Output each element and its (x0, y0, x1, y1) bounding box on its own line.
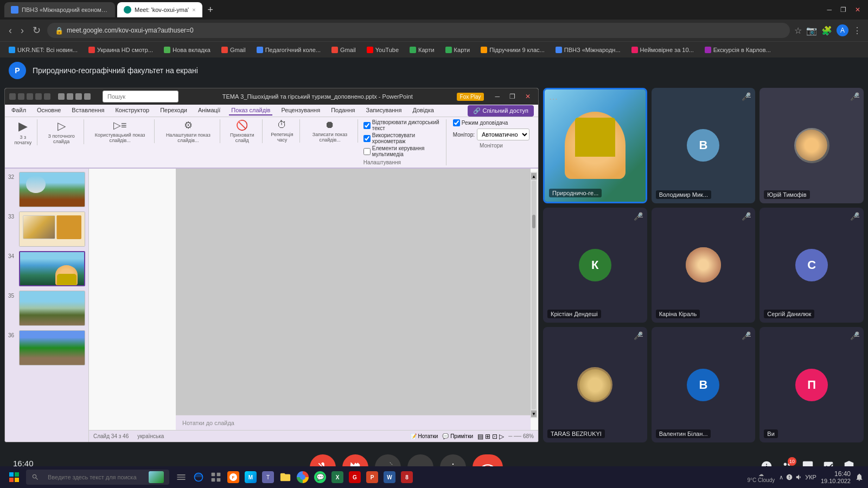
start-button[interactable] (4, 467, 24, 487)
view-grid[interactable]: ⊞ (485, 433, 490, 440)
forward-button[interactable]: › (18, 23, 26, 38)
ppt-content: 32 33 (5, 169, 538, 442)
taskbar-icon-taskview[interactable] (208, 470, 224, 485)
view-slideshow[interactable]: ▷ (499, 433, 504, 440)
tab-1[interactable]: ПВНЗ «Міжнародний економік... (4, 2, 115, 17)
scroll-up[interactable]: ▲ (531, 173, 537, 179)
menu-insert[interactable]: Вставлення (69, 106, 106, 115)
lang-indicator: УКР (805, 474, 816, 480)
menu-design[interactable]: Конструктор (113, 106, 151, 115)
tab2-close[interactable]: × (192, 7, 195, 13)
bookmark-new-tab[interactable]: Нова вкладка (159, 46, 215, 54)
ppt-minimize[interactable]: ─ (492, 93, 503, 100)
taskbar-app-chat[interactable]: T (260, 470, 276, 485)
taskbar-app-folder[interactable] (278, 470, 293, 485)
tab-2[interactable]: Meet: 'kov-oxui-yma' × (117, 2, 202, 17)
extensions-icon[interactable]: 🧩 (821, 25, 832, 36)
monitor-select[interactable]: Автоматично (477, 129, 529, 140)
window-close[interactable]: ✕ (852, 6, 864, 14)
ppt-search-input[interactable] (103, 91, 178, 102)
cb-media[interactable] (363, 148, 371, 155)
ppt-title: ТЕМА 3_Пішохідний та гірський туризм_доп… (182, 93, 454, 100)
profile-icon[interactable]: A (837, 24, 848, 36)
slide-34-image (19, 251, 85, 286)
bookmark-ukraine-hd[interactable]: Украина HD смотр... (84, 46, 157, 54)
window-restore[interactable]: ❐ (837, 6, 850, 14)
participant-9-name: Ви (764, 429, 777, 438)
taskbar-app-ppt[interactable]: P (365, 470, 380, 485)
participant-7-name: TARAS BEZRUKYI (547, 429, 605, 438)
menu-main[interactable]: Основне (35, 106, 63, 115)
cb-audio[interactable] (363, 122, 371, 129)
bookmark-pedkol[interactable]: Педагогічний коле... (252, 46, 325, 54)
menu-transitions[interactable]: Переходи (158, 106, 189, 115)
menu-help[interactable]: Довідка (410, 106, 436, 115)
svg-rect-8 (217, 478, 221, 482)
notes-toggle[interactable]: 📝 Нотатки (410, 433, 438, 439)
taskbar-app-excel[interactable]: X (330, 470, 345, 485)
menu-record[interactable]: Записування (364, 106, 404, 115)
bookmark-gmail1[interactable]: Gmail (217, 46, 250, 54)
bookmark-star-icon[interactable]: ☆ (794, 25, 802, 36)
share-button[interactable]: 🔗 Спільний доступ (468, 105, 534, 117)
bookmark-maps2[interactable]: Карти (441, 46, 475, 54)
ppt-close[interactable]: ✕ (522, 93, 534, 100)
scroll-down[interactable]: ▼ (531, 410, 537, 417)
cb-reporter[interactable] (453, 119, 460, 126)
taskbar-app-chrome[interactable] (295, 470, 310, 485)
notifications-icon[interactable] (855, 473, 864, 481)
refresh-button[interactable]: ↻ (30, 22, 43, 38)
bookmark-textbook[interactable]: Підручники 9 клас... (476, 46, 549, 54)
menu-file[interactable]: Файл (9, 106, 28, 115)
nav-bar: ‹ › ↻ 🔒 meet.google.com/kov-oxui-yma?aut… (0, 20, 868, 41)
slide-thumb-35[interactable]: 35 (7, 290, 86, 327)
cb-timer[interactable] (363, 135, 371, 142)
bookmark-maps1[interactable]: Карти (405, 46, 439, 54)
camera-icon[interactable]: 📷 (806, 25, 817, 36)
participant-1-more[interactable]: ⋯ (549, 94, 558, 104)
view-reader[interactable]: ⊡ (492, 433, 497, 440)
taskbar-icon-search[interactable] (174, 470, 189, 485)
participant-8-mute-icon: 🎤̶ (742, 331, 751, 340)
participant-9-mute-icon: 🎤̶ (850, 331, 859, 340)
slide-thumb-36[interactable]: 36 (7, 329, 86, 367)
bookmark-neimov[interactable]: Неймовірне за 10... (627, 46, 698, 54)
participant-card-7: 🎤̶ TARAS BEZRUKYI (543, 327, 647, 442)
taskbar-icon-edge[interactable] (191, 470, 206, 485)
slide-thumb-32[interactable]: 32 (7, 171, 86, 208)
slide-panel: 32 33 (5, 169, 89, 442)
bookmark-gmail2[interactable]: Gmail (327, 46, 360, 54)
participant-9-avatar: П (795, 369, 828, 401)
ppt-restore[interactable]: ❐ (506, 93, 519, 100)
bookmark-ukrnet[interactable]: UKR.NET: Всі новин... (4, 46, 82, 54)
bookmark-excursion[interactable]: Екскурсія в Карлов... (700, 46, 775, 54)
bookmark-pvnz[interactable]: ПВНЗ «Міжнародн... (551, 46, 625, 54)
taskbar-app-photo[interactable]: 8 (399, 470, 414, 485)
taskbar-app-store[interactable]: M (243, 470, 258, 485)
back-button[interactable]: ‹ (7, 23, 14, 38)
menu-icon[interactable]: ⋮ (853, 25, 861, 36)
slide-thumb-33[interactable]: 33 (7, 210, 86, 248)
svg-rect-2 (9, 478, 14, 482)
participant-2-avatar: В (687, 129, 719, 162)
taskbar-app-unknown[interactable]: G (347, 470, 362, 485)
menu-review[interactable]: Рецензування (279, 106, 322, 115)
bookmark-youtube[interactable]: YouTube (362, 46, 403, 54)
menu-slideshow[interactable]: Показ слайдів (229, 106, 272, 115)
window-minimize[interactable]: ─ (824, 6, 835, 14)
tray-expand[interactable]: ∧ (779, 474, 783, 481)
slide-thumb-34[interactable]: 34 (7, 250, 86, 287)
new-tab-button[interactable]: + (205, 4, 217, 16)
participant-6-mute-icon: 🎤̶ (850, 212, 859, 221)
participant-5-mute-icon: 🎤̶ (742, 212, 751, 221)
menu-view[interactable]: Подання (329, 106, 357, 115)
slide-status: Слайд 34 з 46 (93, 433, 129, 439)
comments-toggle[interactable]: 💬 Примітки (442, 433, 473, 439)
taskbar-search-input[interactable] (42, 470, 145, 485)
menu-animations[interactable]: Анімації (196, 106, 222, 115)
view-normal[interactable]: ▤ (477, 433, 483, 440)
address-bar[interactable]: 🔒 meet.google.com/kov-oxui-yma?authuser=… (47, 23, 790, 38)
taskbar-app-word[interactable]: W (382, 470, 397, 485)
taskbar-app-1[interactable]: F (226, 470, 241, 485)
taskbar-app-whatsapp[interactable]: 💬 (312, 470, 328, 485)
